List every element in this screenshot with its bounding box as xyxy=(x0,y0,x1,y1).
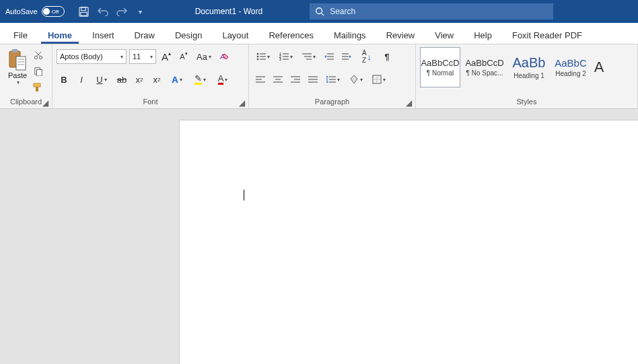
svg-point-24 xyxy=(257,59,259,61)
tab-view[interactable]: View xyxy=(428,26,460,44)
font-size-combo[interactable]: 11▾ xyxy=(129,49,156,64)
tab-foxit[interactable]: Foxit Reader PDF xyxy=(505,26,589,44)
line-spacing-button[interactable]: ▾ xyxy=(323,72,343,87)
show-marks-button[interactable]: ¶ xyxy=(380,49,394,64)
redo-button[interactable] xyxy=(114,4,129,19)
undo-button[interactable] xyxy=(96,4,110,19)
style-sample: AaBbCcD xyxy=(465,58,503,68)
tab-references[interactable]: References xyxy=(262,26,320,44)
justify-button[interactable] xyxy=(306,72,320,87)
document-title: Document1 - Word xyxy=(195,7,262,16)
bold-button[interactable]: B xyxy=(57,72,71,87)
toggle-knob xyxy=(43,8,50,15)
numbering-button[interactable]: 123▾ xyxy=(276,49,296,64)
group-styles: AaBbCcD ¶ Normal AaBbCcD ¶ No Spac... Aa… xyxy=(416,44,638,108)
svg-line-13 xyxy=(36,52,41,57)
qat-customize-icon[interactable]: ▾ xyxy=(133,4,148,19)
font-color-button[interactable]: A▾ xyxy=(213,72,233,87)
font-launcher-icon[interactable]: ◢ xyxy=(238,99,246,107)
svg-line-4 xyxy=(322,13,324,16)
autosave-toggle[interactable]: Off xyxy=(42,6,65,17)
style-normal[interactable]: AaBbCcD ¶ Normal xyxy=(420,47,460,87)
align-center-button[interactable] xyxy=(271,72,285,87)
style-sample: AaBbC xyxy=(555,57,587,69)
document-page[interactable] xyxy=(179,120,638,364)
underline-button[interactable]: U▾ xyxy=(92,72,112,87)
quick-access-toolbar: ▾ xyxy=(70,4,155,19)
style-sample: AaBb xyxy=(513,55,546,71)
highlight-button[interactable]: ✎▾ xyxy=(190,72,210,87)
text-effects-button[interactable]: A▾ xyxy=(167,72,187,87)
style-heading-2[interactable]: AaBbC Heading 2 xyxy=(551,47,591,87)
sort-button[interactable]: AZ↓ xyxy=(357,49,377,64)
styles-gallery[interactable]: AaBbCcD ¶ Normal AaBbCcD ¶ No Spac... Aa… xyxy=(420,47,606,87)
search-input[interactable] xyxy=(330,7,548,16)
ribbon-tabs: File Home Insert Draw Design Layout Refe… xyxy=(0,23,638,44)
group-font: Aptos (Body)▾ 11▾ A▴ A▾ Aa▾ A B I U▾ ab … xyxy=(52,44,249,108)
decrease-indent-button[interactable] xyxy=(322,49,336,64)
svg-point-12 xyxy=(39,56,42,59)
tab-insert[interactable]: Insert xyxy=(85,26,121,44)
cut-button[interactable] xyxy=(32,49,44,61)
autosave-control[interactable]: AutoSave Off xyxy=(0,6,70,17)
bullets-button[interactable]: ▾ xyxy=(253,49,273,64)
tab-mailings[interactable]: Mailings xyxy=(327,26,373,44)
paste-button[interactable]: Paste ▾ xyxy=(4,47,31,85)
paste-dropdown-icon[interactable]: ▾ xyxy=(5,79,31,85)
tab-draw[interactable]: Draw xyxy=(128,26,162,44)
svg-rect-18 xyxy=(36,87,38,92)
style-name: Heading 2 xyxy=(555,70,586,77)
shrink-font-button[interactable]: A▾ xyxy=(176,49,191,64)
italic-button[interactable]: I xyxy=(74,72,89,87)
search-icon xyxy=(315,7,324,16)
grow-font-button[interactable]: A▴ xyxy=(159,49,174,64)
group-paragraph: ▾ 123▾ ▾ AZ↓ ¶ ▾ ▾ ▾ Paragraph ◢ xyxy=(249,44,416,108)
multilevel-list-button[interactable]: ▾ xyxy=(299,49,319,64)
chevron-down-icon: ▾ xyxy=(150,54,153,60)
style-sample: AaBbCcD xyxy=(421,58,459,68)
svg-rect-1 xyxy=(81,7,86,10)
svg-text:3: 3 xyxy=(279,57,281,61)
svg-rect-7 xyxy=(16,57,26,70)
svg-line-14 xyxy=(36,52,40,57)
shading-button[interactable]: ▾ xyxy=(346,72,366,87)
clipboard-launcher-icon[interactable]: ◢ xyxy=(41,99,49,107)
font-name-combo[interactable]: Aptos (Body)▾ xyxy=(57,49,127,64)
style-no-spacing[interactable]: AaBbCcD ¶ No Spac... xyxy=(462,47,507,87)
increase-indent-button[interactable] xyxy=(339,49,354,64)
svg-rect-16 xyxy=(36,69,42,76)
style-heading-1[interactable]: AaBb Heading 1 xyxy=(509,47,549,87)
chevron-down-icon: ▾ xyxy=(120,54,123,60)
tab-review[interactable]: Review xyxy=(380,26,422,44)
tab-file[interactable]: File xyxy=(7,26,34,44)
tab-home[interactable]: Home xyxy=(41,26,79,44)
svg-point-22 xyxy=(257,56,259,58)
style-more[interactable]: A xyxy=(592,47,606,87)
style-name: ¶ No Spac... xyxy=(466,69,503,77)
text-cursor xyxy=(244,190,244,201)
strikethrough-button[interactable]: ab xyxy=(114,72,129,87)
format-painter-button[interactable] xyxy=(32,81,44,94)
paragraph-launcher-icon[interactable]: ◢ xyxy=(404,99,413,107)
align-right-button[interactable] xyxy=(288,72,303,87)
superscript-button[interactable]: x2 xyxy=(149,72,164,87)
save-icon[interactable] xyxy=(77,4,92,19)
svg-rect-6 xyxy=(12,49,17,52)
tab-layout[interactable]: Layout xyxy=(215,26,255,44)
group-clipboard: Paste ▾ Clipboard ◢ xyxy=(0,44,52,108)
svg-point-11 xyxy=(34,56,37,59)
document-area xyxy=(0,109,638,364)
subscript-button[interactable]: x2 xyxy=(132,72,147,87)
tab-design[interactable]: Design xyxy=(168,26,209,44)
clear-formatting-button[interactable]: A xyxy=(217,49,232,64)
autosave-label: AutoSave xyxy=(5,7,38,15)
borders-button[interactable]: ▾ xyxy=(369,72,389,87)
font-name-value: Aptos (Body) xyxy=(60,52,103,61)
align-left-button[interactable] xyxy=(253,72,268,87)
search-box[interactable] xyxy=(310,3,553,20)
svg-rect-2 xyxy=(81,12,87,15)
ribbon: Paste ▾ Clipboard ◢ Aptos (Body)▾ 11▾ A▴ xyxy=(0,44,638,109)
copy-button[interactable] xyxy=(32,65,44,77)
tab-help[interactable]: Help xyxy=(467,26,499,44)
change-case-button[interactable]: Aa▾ xyxy=(194,49,214,64)
